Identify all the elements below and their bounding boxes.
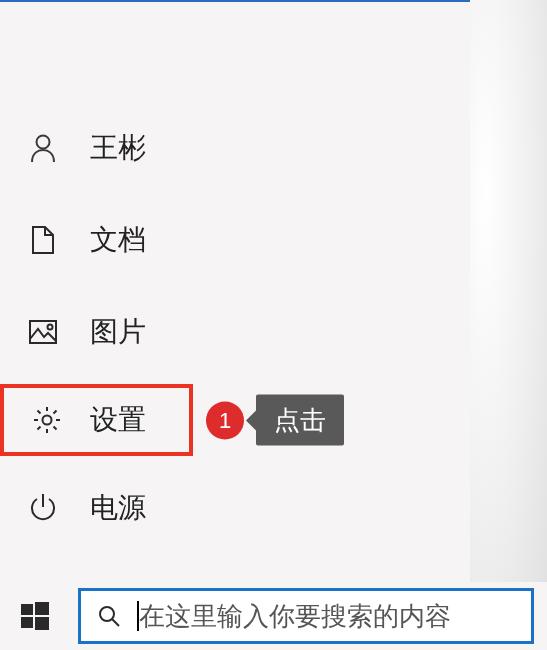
desktop-strip [470, 0, 547, 650]
menu-item-user-label: 王彬 [90, 129, 146, 167]
svg-line-9 [54, 427, 57, 430]
annotation-badge: 1 [206, 401, 244, 439]
menu-item-documents[interactable]: 文档 [0, 204, 470, 276]
menu-item-pictures[interactable]: 图片 [0, 296, 470, 368]
svg-rect-16 [35, 617, 49, 630]
menu-item-power[interactable]: 电源 [0, 472, 470, 544]
user-icon [24, 133, 62, 163]
svg-line-11 [54, 411, 57, 414]
power-icon [24, 493, 62, 523]
svg-point-3 [43, 416, 52, 425]
pictures-icon [24, 319, 62, 345]
search-icon [95, 604, 123, 628]
start-panel: 王彬 文档 图片 [0, 0, 470, 650]
document-icon [24, 225, 62, 255]
menu-item-settings-label: 设置 [90, 401, 146, 439]
taskbar-search-box[interactable]: 在这里输入你要搜索的内容 [78, 588, 534, 644]
menu-item-power-label: 电源 [90, 489, 146, 527]
windows-logo-icon [20, 601, 50, 631]
annotation-tooltip-text: 点击 [274, 405, 326, 435]
taskbar: 在这里输入你要搜索的内容 [0, 582, 547, 650]
svg-rect-15 [21, 617, 33, 628]
menu-item-user[interactable]: 王彬 [0, 112, 470, 184]
svg-rect-14 [35, 602, 49, 615]
annotation-callout: 1 点击 [206, 395, 344, 446]
svg-point-0 [37, 136, 50, 149]
menu-item-pictures-label: 图片 [90, 313, 146, 351]
svg-line-18 [112, 619, 119, 626]
svg-line-8 [38, 411, 41, 414]
svg-point-2 [48, 325, 53, 330]
start-button[interactable] [0, 582, 70, 650]
annotation-tooltip: 点击 [256, 395, 344, 446]
menu-item-documents-label: 文档 [90, 221, 146, 259]
menu-item-settings[interactable]: 设置 [0, 384, 193, 456]
search-placeholder: 在这里输入你要搜索的内容 [139, 599, 451, 634]
start-menu-list: 王彬 文档 图片 [0, 112, 470, 564]
svg-line-10 [38, 427, 41, 430]
gear-icon [28, 405, 66, 435]
annotation-badge-number: 1 [219, 407, 231, 433]
svg-rect-13 [21, 604, 33, 615]
svg-point-17 [100, 607, 114, 621]
